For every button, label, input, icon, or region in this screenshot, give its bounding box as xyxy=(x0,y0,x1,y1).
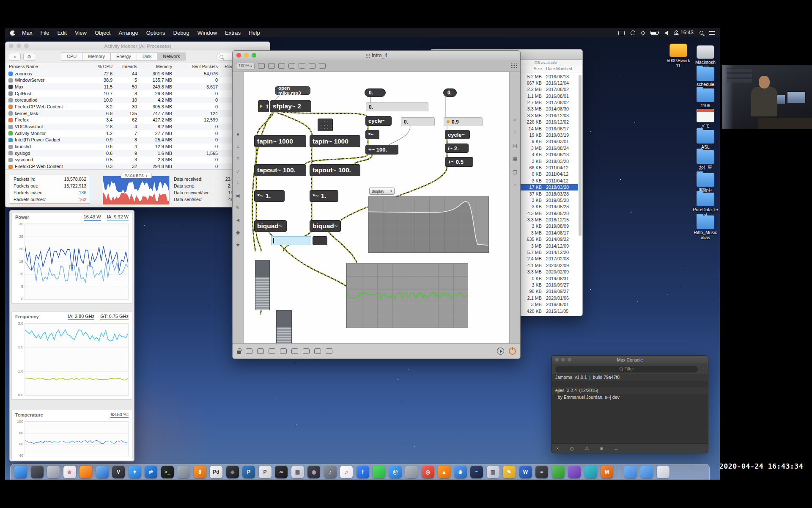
activity-monitor-titlebar[interactable]: Activity Monitor (All Processes) xyxy=(5,42,270,50)
patcher-object[interactable]: +~ 100. xyxy=(365,145,398,155)
process-row[interactable]: Firefox 3.4 62 427.2 MB 12,599 xyxy=(5,117,270,124)
dock-icon[interactable] xyxy=(657,466,669,478)
process-row[interactable]: coreaudiod 10.0 10 4.2 MB 0 xyxy=(5,97,270,104)
menu-item[interactable]: Max xyxy=(22,30,33,36)
toggle-icon[interactable] xyxy=(288,63,295,69)
tab[interactable]: Energy xyxy=(111,52,137,61)
menu-item[interactable]: Extras xyxy=(225,30,241,36)
dock-icon[interactable]: ▦ xyxy=(291,466,304,478)
dock-icon[interactable]: ❀ xyxy=(63,466,76,478)
dock-icon[interactable]: V xyxy=(112,466,125,478)
filtergraph-display[interactable] xyxy=(368,196,489,253)
dock-icon[interactable] xyxy=(373,466,385,478)
dock-icon[interactable] xyxy=(405,466,418,478)
probe-icon[interactable] xyxy=(291,348,298,354)
comment-icon[interactable] xyxy=(278,63,285,69)
console-titlebar[interactable]: Max Console xyxy=(552,356,708,364)
desktop-icon[interactable]: 1106 xyxy=(692,88,719,108)
dock-icon[interactable] xyxy=(640,466,653,478)
patcher-object[interactable]: 0. xyxy=(401,117,435,126)
message-icon[interactable] xyxy=(268,63,275,69)
patcher-object[interactable] xyxy=(313,236,327,245)
patcher-canvas[interactable]: open miku.mp31sfplay~ 20.0.cycle~0.*~+~ … xyxy=(244,72,509,343)
sidebar-icon[interactable]: ≡ xyxy=(513,182,516,188)
dock-icon[interactable] xyxy=(552,466,565,478)
dock-icon[interactable]: ◆ xyxy=(226,466,239,478)
dock-icon[interactable] xyxy=(80,466,92,478)
patcher-object[interactable]: tapout~ 100. xyxy=(254,164,306,176)
dock-icon[interactable]: ♪ xyxy=(324,466,337,478)
sidebar-icon[interactable]: ○ xyxy=(236,144,239,149)
sidebar-icon[interactable]: ▤ xyxy=(513,143,517,149)
dock-icon[interactable]: Pd xyxy=(210,466,222,478)
patcher-object[interactable]: sfplay~ 2 xyxy=(270,100,311,112)
dock-icon[interactable]: ♫ xyxy=(340,466,353,478)
scrollbar[interactable] xyxy=(579,75,582,236)
menu-item[interactable]: Arrange xyxy=(118,30,138,36)
slider-icon[interactable] xyxy=(309,63,315,69)
zoom-tool-icon[interactable] xyxy=(246,348,252,354)
menu-item[interactable]: Edit xyxy=(58,30,67,36)
patcher-object[interactable]: *~ 1. xyxy=(310,190,338,202)
metric-tab[interactable]: IA: 9.92 W xyxy=(107,214,129,221)
dock-icon[interactable]: @ xyxy=(389,466,402,478)
dock-icon[interactable]: ✦ xyxy=(129,466,141,478)
patcher-object[interactable]: cycle~ xyxy=(445,130,470,139)
zoom-dropdown[interactable]: 100% xyxy=(236,63,255,69)
keyboard-icon[interactable] xyxy=(326,348,332,354)
sidebar-icon[interactable]: ⌕ xyxy=(513,116,516,122)
console-tool-icon[interactable]: × xyxy=(556,446,559,451)
patcher-object[interactable]: open miku.mp3 xyxy=(275,86,310,95)
patcher-object[interactable]: 0.9 xyxy=(444,117,483,126)
patcher-titlebar[interactable]: intro_4 xyxy=(233,51,520,60)
dock-icon[interactable]: 8 xyxy=(194,466,206,478)
play-button[interactable] xyxy=(497,348,504,355)
desktop-icon[interactable]: PureData_test xyxy=(692,193,719,217)
timer-icon[interactable] xyxy=(631,30,635,35)
shape-status-icon[interactable] xyxy=(640,30,645,35)
menu-item[interactable]: Object xyxy=(95,30,111,36)
sidebar-icon[interactable]: ⋮ xyxy=(236,180,241,186)
metric-tab[interactable]: 16.43 W xyxy=(84,214,101,221)
sidebar-icon[interactable]: ▦ xyxy=(513,156,517,162)
inspect-button[interactable]: ⚙ xyxy=(23,53,35,61)
dock-icon[interactable]: f xyxy=(357,466,369,478)
sidebar-icon[interactable]: ✎ xyxy=(236,205,240,211)
patcher-object[interactable]: cycle~ xyxy=(365,116,392,126)
patcher-object[interactable]: display xyxy=(369,188,395,195)
dock-icon[interactable]: W xyxy=(519,466,532,478)
battery-icon[interactable] xyxy=(650,31,658,35)
process-row[interactable]: Activity Monitor 1.2 7 27.7 MB 0 xyxy=(5,130,270,137)
patcher-object[interactable]: 0. xyxy=(365,88,386,97)
sidebar-icon[interactable]: ◆ xyxy=(236,229,240,235)
console-tool-icon[interactable]: ≡ xyxy=(600,446,603,451)
sidebar-icon[interactable]: ≡ xyxy=(236,156,239,162)
desktop-icon[interactable]: 500GBwork 11 xyxy=(665,44,692,68)
dock-icon[interactable]: ~ xyxy=(470,466,483,478)
dock-icon[interactable]: M xyxy=(601,466,613,478)
dock-icon[interactable]: ◎ xyxy=(422,466,434,478)
patcher-object[interactable] xyxy=(276,310,292,343)
patcher-object[interactable]: tapin~ 1000 xyxy=(310,135,360,147)
menu-item[interactable]: Debug xyxy=(173,30,189,36)
process-row[interactable]: CptHost 10.7 8 29.3 MB 0 xyxy=(5,90,270,97)
dock-icon[interactable]: ∞ xyxy=(275,466,288,478)
desktop-icon[interactable]: お仕事 xyxy=(692,150,719,170)
menu-item[interactable]: File xyxy=(41,30,49,36)
dock-icon[interactable] xyxy=(31,466,44,478)
patcher-object[interactable]: 1 xyxy=(258,100,269,112)
console-tool-icon[interactable]: ← xyxy=(614,446,618,451)
process-row[interactable]: Max 11.5 50 249.8 MB 3,617 xyxy=(5,83,270,90)
lock-icon[interactable] xyxy=(237,351,241,354)
scope-display[interactable] xyxy=(346,263,468,328)
mixer-icon[interactable] xyxy=(314,348,321,354)
process-row[interactable]: Intel(R) Power Gadget 0.9 8 25.4 MB 0 xyxy=(5,137,270,144)
patcher-object[interactable]: biquad~ xyxy=(310,220,341,232)
patcher-object[interactable]: biquad~ xyxy=(254,220,287,232)
spotlight-icon[interactable] xyxy=(700,31,703,35)
dock-icon[interactable] xyxy=(177,466,190,478)
menu-item[interactable]: Options xyxy=(146,30,165,36)
process-row[interactable]: syslogd 0.6 9 1.6 MB 1,565 xyxy=(5,150,270,157)
menu-item[interactable]: Window xyxy=(198,30,217,36)
dial-icon[interactable] xyxy=(319,63,326,69)
